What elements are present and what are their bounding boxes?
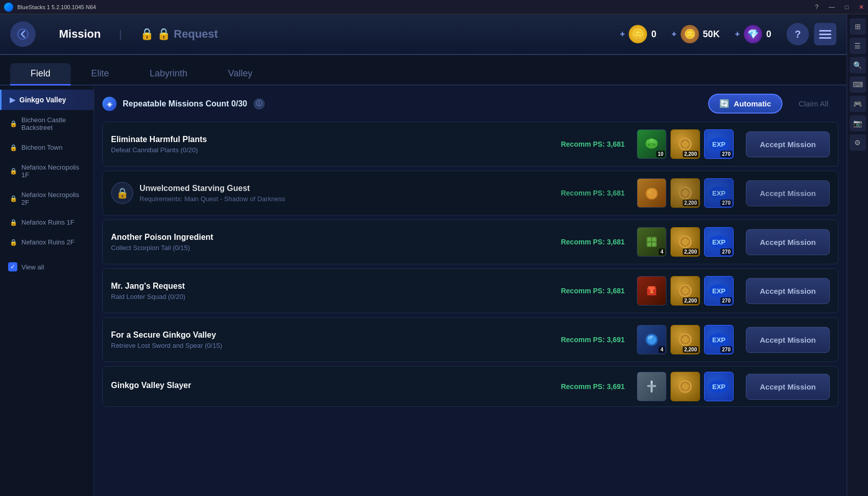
location-ruins-2f[interactable]: 🔒 Nefariox Ruins 2F (0, 232, 94, 252)
nav-mission[interactable]: Mission (51, 23, 109, 45)
accept-mission-button-3[interactable]: Accept Mission (746, 229, 830, 255)
mission-info-3: Another Poison Ingredient Collect Scorpi… (111, 233, 555, 252)
menu-bar-3 (819, 37, 831, 39)
currency-area: + 🪙 0 + 🪙 50K + 💎 0 (620, 25, 771, 43)
reward-coin-icon-3: 2,200 (670, 227, 700, 257)
tab-labyrinth[interactable]: Labyrinth (129, 63, 208, 86)
location-bicheon-castle[interactable]: 🔒 Bicheon Castle Backstreet (0, 110, 94, 137)
location-ginkgo-valley[interactable]: ▶ Ginkgo Valley (0, 90, 94, 110)
help-button[interactable]: ? (787, 23, 809, 45)
content-area: ▶ Ginkgo Valley 🔒 Bicheon Castle Backstr… (0, 86, 847, 496)
missions-info-icon[interactable]: ⓘ (254, 98, 265, 109)
view-all-label: View all (21, 263, 44, 271)
lock-icon-1: 🔒 (10, 120, 17, 127)
gold-plus[interactable]: + (620, 30, 625, 39)
location-necropolis-1f[interactable]: 🔒 Nefariox Necropolis 1F (0, 157, 94, 185)
accept-mission-button-6[interactable]: Accept Mission (746, 374, 830, 400)
accept-mission-button-1[interactable]: Accept Mission (746, 131, 830, 157)
bluestacks-logo (4, 3, 13, 12)
sidebar-icon-4[interactable]: ⌨ (850, 76, 866, 93)
gem-value: 0 (766, 29, 771, 40)
svg-rect-37 (682, 289, 689, 293)
svg-rect-46 (682, 338, 689, 342)
reward-exp-count-2: 270 (720, 200, 732, 206)
reward-item-count-1: 10 (656, 151, 665, 157)
mission-ps-5: Recomm PS: 3,691 (561, 336, 625, 344)
svg-text:EXP: EXP (712, 189, 725, 197)
location-ruins-1f-label: Nefariox Ruins 1F (21, 218, 74, 226)
mission-row-2: 🔒 Unwelcomed Starving Guest Requirements… (102, 171, 838, 215)
missions-count-title: Repeatable Missions Count 0/30 (123, 99, 247, 108)
svg-text:EXP: EXP (712, 238, 725, 246)
close-icon[interactable]: ✕ (859, 4, 864, 11)
mission-rewards-3: 4 2,200 EXP (637, 227, 734, 257)
sidebar-icon-3[interactable]: 🔍 (850, 57, 866, 73)
sidebar-icon-7[interactable]: ⚙ (850, 134, 866, 151)
location-arrow-icon: ▶ (10, 96, 15, 104)
titlebar: BlueStacks 1 5.2.100.1045 N64 ? — □ ✕ (0, 0, 868, 14)
mission-info-2: Unwelcomed Starving Guest Requirements: … (139, 184, 555, 203)
mission-desc-1: Defeat Cannibal Plants (0/20) (111, 146, 555, 154)
location-ginkgo-valley-label: Ginkgo Valley (19, 96, 66, 104)
tab-field[interactable]: Field (10, 63, 71, 86)
copper-plus[interactable]: + (671, 30, 676, 39)
reward-item-icon-2 (637, 178, 666, 208)
game-area: Mission | 🔒 🔒 Request + 🪙 0 + 🪙 50K + 💎 … (0, 14, 847, 496)
location-ruins-1f[interactable]: 🔒 Nefariox Ruins 1F (0, 212, 94, 232)
svg-text:EXP: EXP (712, 336, 725, 344)
accept-mission-button-2[interactable]: Accept Mission (746, 180, 830, 206)
reward-coin-count-5: 2,200 (683, 346, 698, 353)
mission-row-5: For a Secure Ginkgo Valley Retrieve Lost… (102, 317, 838, 362)
mission-info-4: Mr. Jang's Request Raid Looter Squad (0/… (111, 282, 555, 300)
mission-ps-1: Recomm PS: 3,681 (561, 140, 625, 148)
copper-value: 50K (703, 29, 720, 40)
location-necropolis-2f-label: Nefariox Necropolis 2F (21, 191, 86, 206)
sidebar-icon-1[interactable]: ⊞ (850, 18, 866, 35)
sidebar-icon-5[interactable]: 🎮 (850, 96, 866, 112)
svg-text:EXP: EXP (712, 141, 725, 148)
nav-request[interactable]: 🔒 🔒 Request (132, 23, 226, 45)
accept-mission-button-5[interactable]: Accept Mission (746, 327, 830, 353)
reward-coin-count-4: 2,200 (683, 297, 698, 304)
location-bicheon-town[interactable]: 🔒 Bicheon Town (0, 137, 94, 157)
mission-lock-badge-2: 🔒 (111, 182, 133, 204)
svg-rect-28 (682, 240, 689, 244)
reward-item-icon-4 (637, 276, 666, 306)
tab-bar: Field Elite Labyrinth Valley (0, 55, 847, 86)
sidebar-icon-6[interactable]: 📷 (850, 115, 866, 131)
help-icon[interactable]: ? (815, 4, 819, 11)
missions-header: ◈ Repeatable Missions Count 0/30 ⓘ 🔄 Aut… (102, 94, 838, 114)
svg-point-0 (18, 29, 28, 39)
gem-plus[interactable]: + (735, 30, 740, 39)
reward-item-icon-5: 4 (637, 325, 666, 354)
reward-coin-icon-4: 2,200 (670, 276, 700, 306)
tab-elite[interactable]: Elite (71, 63, 129, 86)
sidebar-icon-2[interactable]: ☰ (850, 38, 866, 54)
header-nav: Mission | 🔒 🔒 Request (51, 23, 226, 45)
accept-mission-button-4[interactable]: Accept Mission (746, 278, 830, 304)
mission-rewards-2: 2,200 EXP 270 (637, 178, 734, 208)
automatic-button[interactable]: 🔄 Automatic (708, 94, 782, 114)
back-button[interactable] (10, 21, 36, 47)
mission-desc-4: Raid Looter Squad (0/20) (111, 293, 555, 300)
reward-item-icon-6 (637, 372, 666, 401)
mission-name-2: Unwelcomed Starving Guest (139, 184, 555, 193)
tab-valley[interactable]: Valley (208, 63, 273, 86)
missions-area: ◈ Repeatable Missions Count 0/30 ⓘ 🔄 Aut… (94, 86, 847, 496)
svg-point-4 (650, 139, 654, 143)
reward-exp-icon-5: EXP 270 (704, 325, 734, 354)
view-all-button[interactable]: ✓ View all (0, 256, 94, 278)
view-all-checkbox[interactable]: ✓ (8, 262, 17, 271)
claim-all-button[interactable]: Claim All (789, 95, 838, 112)
maximize-icon[interactable]: □ (845, 4, 849, 11)
svg-point-14 (648, 190, 652, 194)
mission-desc-3: Collect Scorpion Tail (0/15) (111, 244, 555, 252)
missions-header-right: 🔄 Automatic Claim All (708, 94, 838, 114)
mission-ps-2: Recomm PS: 3,681 (561, 189, 625, 197)
mission-row-1: Eliminate Harmful Plants Defeat Cannibal… (102, 122, 838, 167)
minimize-icon[interactable]: — (829, 4, 835, 11)
reward-exp-icon-1: EXP 270 (704, 129, 734, 159)
header-right-buttons: ? (787, 23, 836, 45)
location-necropolis-2f[interactable]: 🔒 Nefariox Necropolis 2F (0, 185, 94, 212)
menu-button[interactable] (814, 23, 836, 45)
